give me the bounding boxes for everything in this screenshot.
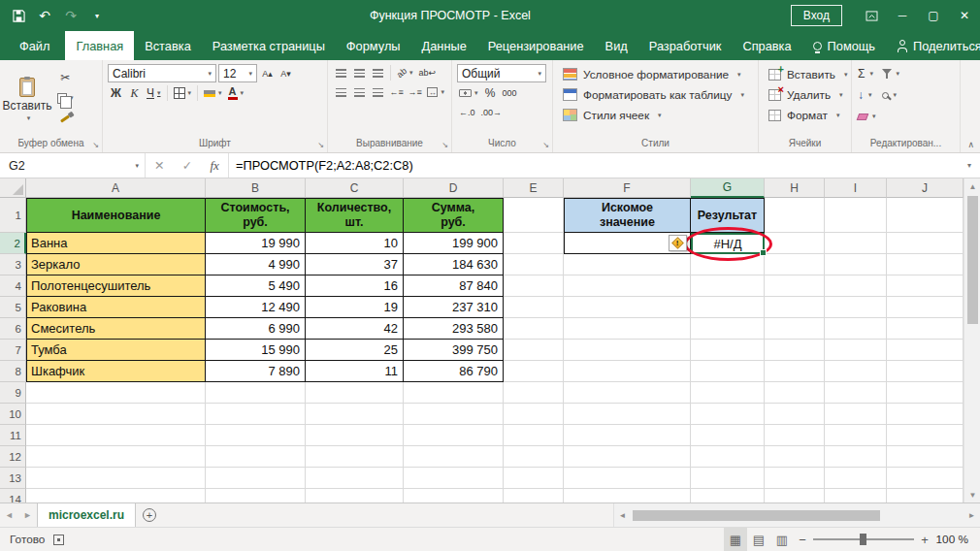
cell-B3[interactable]: 4 990 — [206, 254, 306, 276]
zoom-level[interactable]: 100 % — [933, 533, 980, 546]
cell-C4[interactable]: 16 — [306, 276, 404, 297]
decrease-font-button[interactable]: А▾ — [278, 65, 294, 82]
column-header-A[interactable]: A — [26, 178, 206, 198]
cell-G10[interactable] — [691, 404, 765, 425]
cell-A3[interactable]: Зеркало — [26, 254, 206, 276]
column-header-B[interactable]: B — [206, 178, 306, 198]
cell-D11[interactable] — [404, 425, 504, 446]
error-options-button[interactable]: ! — [669, 235, 687, 251]
row-header-12[interactable]: 12 — [0, 446, 26, 468]
borders-button[interactable] — [172, 84, 194, 102]
share-button[interactable]: Поделиться — [886, 31, 980, 60]
row-header-8[interactable]: 8 — [0, 361, 26, 382]
cell-A11[interactable] — [26, 425, 206, 446]
cell-H8[interactable] — [765, 361, 825, 382]
vertical-scroll-thumb[interactable] — [967, 196, 978, 324]
cell-B10[interactable] — [206, 404, 306, 425]
cell-J2[interactable] — [887, 233, 964, 254]
cell-A14[interactable] — [26, 489, 206, 502]
autosum-button[interactable]: Σ — [858, 64, 876, 83]
cell-E2[interactable] — [504, 233, 564, 254]
cell-G7[interactable] — [691, 340, 765, 361]
zoom-slider[interactable] — [813, 538, 914, 540]
cell-H12[interactable] — [765, 446, 825, 468]
copy-button[interactable] — [55, 89, 76, 107]
cell-J10[interactable] — [887, 404, 964, 425]
customize-qat-button[interactable]: ▾ — [84, 4, 110, 27]
cell-D8[interactable]: 86 790 — [404, 361, 504, 382]
cell-H6[interactable] — [765, 318, 825, 340]
cell-A2[interactable]: Ванна — [26, 233, 206, 254]
decrease-indent-button[interactable]: ←≡ — [388, 83, 405, 101]
cell-H5[interactable] — [765, 297, 825, 318]
align-top-button[interactable] — [333, 64, 349, 81]
cell-H9[interactable] — [765, 382, 825, 404]
row-header-7[interactable]: 7 — [0, 340, 26, 361]
cell-C14[interactable] — [306, 489, 404, 502]
cell-A7[interactable]: Тумба — [26, 340, 206, 361]
cell-E10[interactable] — [504, 404, 564, 425]
tab-insert[interactable]: Вставка — [134, 31, 202, 60]
cut-button[interactable]: ✂ — [55, 69, 76, 86]
tab-review[interactable]: Рецензирование — [477, 31, 595, 60]
cell-F3[interactable] — [564, 254, 691, 276]
clear-button[interactable] — [858, 107, 876, 126]
view-normal-button[interactable]: ▦ — [724, 528, 747, 551]
cell-J9[interactable] — [887, 382, 964, 404]
cell-B12[interactable] — [206, 446, 306, 468]
cell-G14[interactable] — [691, 489, 765, 502]
decrease-decimal-button[interactable]: .00→ — [479, 104, 505, 121]
cell-I13[interactable] — [825, 468, 887, 489]
row-header-3[interactable]: 3 — [0, 254, 26, 276]
merge-center-button[interactable]: ↔ — [425, 83, 446, 101]
cell-D12[interactable] — [404, 446, 504, 468]
cell-I4[interactable] — [825, 276, 887, 297]
cell-B9[interactable] — [206, 382, 306, 404]
cell-G8[interactable] — [691, 361, 765, 382]
cell-I9[interactable] — [825, 382, 887, 404]
align-middle-button[interactable] — [351, 64, 368, 81]
formula-input[interactable]: =ПРОСМОТР(F2;A2:A8;C2:C8) — [229, 153, 959, 178]
cell-E11[interactable] — [504, 425, 564, 446]
cell-A10[interactable] — [26, 404, 206, 425]
cell-B8[interactable]: 7 890 — [206, 361, 306, 382]
number-dialog-launcher[interactable]: ↘ — [542, 142, 549, 149]
cell-C9[interactable] — [306, 382, 404, 404]
percent-style-button[interactable]: % — [482, 84, 499, 102]
ribbon-display-options-button[interactable] — [856, 0, 887, 31]
sheet-nav-left-button[interactable]: ◄ — [0, 503, 18, 527]
fill-handle[interactable] — [760, 249, 767, 256]
tab-help[interactable]: Справка — [732, 31, 801, 60]
sort-filter-button[interactable] — [882, 64, 900, 83]
cell-I3[interactable] — [825, 254, 887, 276]
scroll-right-arrow[interactable]: ► — [964, 507, 980, 523]
view-page-break-button[interactable]: ▥ — [770, 528, 794, 551]
tab-data[interactable]: Данные — [411, 31, 477, 60]
cell-G12[interactable] — [691, 446, 765, 468]
cell-G13[interactable] — [691, 468, 765, 489]
cell-G2[interactable]: #Н/Д — [691, 233, 765, 254]
font-dialog-launcher[interactable]: ↘ — [317, 142, 324, 149]
cell-E14[interactable] — [504, 489, 564, 502]
tab-page-layout[interactable]: Разметка страницы — [202, 31, 336, 60]
cell-C2[interactable]: 10 — [306, 233, 404, 254]
cell-F13[interactable] — [564, 468, 691, 489]
cell-J3[interactable] — [887, 254, 964, 276]
maximize-button[interactable]: ▢ — [918, 0, 949, 31]
cell-I14[interactable] — [825, 489, 887, 502]
insert-function-button[interactable]: fx — [210, 158, 218, 174]
enter-button[interactable]: ✓ — [182, 158, 192, 173]
undo-button[interactable]: ↶ — [32, 4, 57, 27]
alignment-dialog-launcher[interactable]: ↘ — [441, 142, 448, 149]
align-left-button[interactable] — [333, 83, 349, 101]
horizontal-scroll-thumb[interactable] — [633, 510, 880, 521]
cell-B11[interactable] — [206, 425, 306, 446]
cell-I10[interactable] — [825, 404, 887, 425]
cell-F2[interactable]: ! — [564, 233, 691, 254]
cell-B13[interactable] — [206, 468, 306, 489]
row-header-1[interactable]: 1 — [0, 198, 26, 233]
scroll-up-arrow[interactable]: ▲ — [964, 178, 980, 194]
font-size-combo[interactable]: 12▾ — [218, 64, 257, 82]
increase-decimal-button[interactable]: ←.0 — [457, 104, 477, 121]
cell-C12[interactable] — [306, 446, 404, 468]
